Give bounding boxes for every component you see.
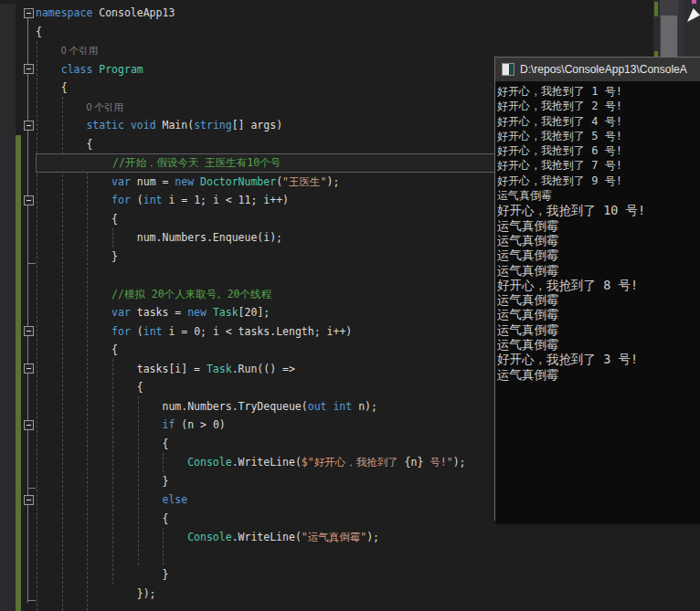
glyph-margin [0,490,16,510]
glyph-margin [0,191,16,210]
code-segment: Console [187,531,231,543]
fold-margin [21,435,36,454]
console-line: 运气真倒霉 [497,263,700,278]
glyph-margin [0,435,16,454]
fold-toggle-icon[interactable] [24,420,34,430]
screen: namespace ConsoleApp13{ 0 个引用 class Prog… [0,0,700,611]
code-segment: string [194,119,232,132]
console-line: 好开心，我抢到了 9 号! [497,174,700,188]
code-segment: 0 个引用 [61,45,98,56]
fold-margin [21,341,36,360]
code-text[interactable]: { [36,23,700,42]
glyph-margin [0,303,16,322]
code-segment: "王医生" [282,175,326,188]
code-segment [36,418,162,431]
code-segment: //开始，假设今天 王医生有10个号 [37,156,281,169]
fold-margin [21,472,36,491]
glyph-margin [0,378,16,397]
glyph-margin [0,603,16,611]
code-text[interactable]: } [36,565,700,585]
code-segment: }); [36,587,156,600]
fold-toggle-icon[interactable] [24,495,34,505]
code-segment: for [111,194,131,206]
code-text[interactable] [36,547,700,566]
fold-toggle-icon[interactable] [24,8,34,18]
code-segment [36,63,61,76]
glyph-margin [0,41,16,60]
fold-margin [21,397,36,416]
code-line[interactable]: }); [0,585,700,604]
fold-toggle-icon[interactable] [24,121,34,131]
console-line: 好开心，我抢到了 7 号! [497,158,700,173]
glyph-margin [0,60,16,79]
fold-toggle-icon[interactable] [24,195,34,205]
code-segment [36,456,187,469]
code-segment: num = [131,175,175,188]
glyph-margin [0,416,16,435]
fold-margin [21,378,36,397]
code-segment: tasks = [131,306,187,319]
code-segment [36,493,162,506]
fold-margin [21,191,36,210]
console-line: 好开心，我抢到了 8 号! [497,278,700,292]
mouse-cursor-icon [687,8,700,22]
glyph-margin [0,341,16,360]
fold-margin [21,266,36,285]
console-line: 运气真倒霉 [497,292,700,307]
code-segment: num.Numbers.TryDequeue( [36,400,308,413]
console-app-icon [502,63,514,76]
fold-margin [21,453,36,472]
code-segment: int [143,194,163,206]
glyph-margin [0,360,16,379]
code-segment [36,531,187,543]
code-line[interactable] [0,547,700,566]
code-line[interactable]: namespace ConsoleApp13 [0,4,700,23]
fold-toggle-icon[interactable] [24,64,34,74]
code-segment: ( [131,325,143,338]
code-segment: { [36,81,68,94]
code-segment: var [111,175,131,188]
code-segment [124,119,131,132]
glyph-margin [0,248,16,267]
code-text[interactable]: namespace ConsoleApp13 [36,4,700,23]
code-segment: { [36,437,168,450]
glyph-margin [0,79,16,98]
code-text[interactable]: }); [36,585,700,604]
fold-margin [21,416,36,435]
code-line[interactable]: } [0,565,700,585]
code-segment: Console [187,456,231,469]
code-line[interactable]: Console.WriteLine("运气真倒霉"); [0,528,700,547]
console-line: 运气真倒霉 [497,367,700,382]
fold-toggle-icon[interactable] [24,326,34,336]
vertical-scrollbar[interactable] [660,0,678,57]
code-segment [36,44,61,57]
code-segment: DoctorNumber [200,175,276,188]
code-segment: Program [99,63,143,76]
scrollbar-annotation-lane [653,0,660,57]
fold-margin [21,228,36,248]
fold-toggle-icon[interactable] [24,363,34,374]
code-segment: Task [207,363,232,375]
glyph-margin [0,153,16,173]
code-segment [36,119,86,132]
console-output[interactable]: 好开心，我抢到了 1 号!好开心，我抢到了 2 号!好开心，我抢到了 4 号!好… [495,81,700,524]
code-segment: Main( [156,119,195,132]
glyph-margin [0,210,16,229]
fold-margin [21,153,36,173]
fold-margin [21,547,36,566]
glyph-margin [0,285,16,304]
code-segment: .WriteLine( [232,531,302,543]
fold-end-tick [27,488,36,489]
code-text[interactable]: Console.WriteLine("运气真倒霉"); [36,528,700,547]
glyph-margin [0,472,16,491]
code-text [36,603,700,611]
console-titlebar[interactable]: D:\repos\ConsoleApp13\ConsoleA [495,58,700,81]
code-line [0,603,700,611]
glyph-margin [0,135,16,154]
glyph-margin [0,453,16,472]
fold-margin [21,360,36,379]
code-segment: ); [326,175,339,188]
console-window[interactable]: D:\repos\ConsoleApp13\ConsoleA 好开心，我抢到了 … [494,57,700,521]
scrollbar-thumb[interactable] [661,16,677,57]
code-line[interactable]: { [0,23,700,42]
